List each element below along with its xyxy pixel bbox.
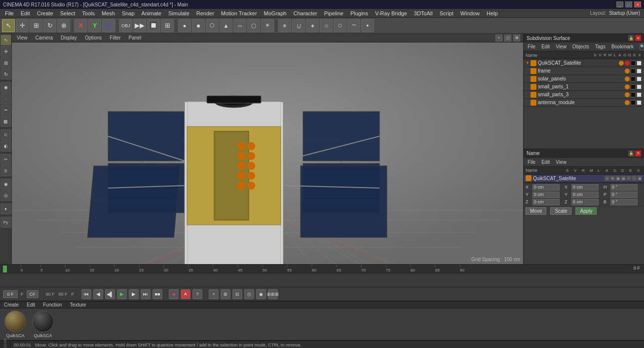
maximize-button[interactable]: □ bbox=[625, 1, 632, 7]
object-mode-button[interactable]: OBJ bbox=[119, 19, 132, 32]
transform-tool-button[interactable]: ⊕ bbox=[57, 19, 70, 32]
lasso-left[interactable]: ⊂ bbox=[0, 129, 11, 140]
obj-menu-bookmark[interactable]: Bookmark bbox=[609, 44, 636, 49]
next-frame-button[interactable]: ▶ bbox=[129, 289, 139, 299]
menu-character[interactable]: Character bbox=[290, 10, 320, 17]
menu-mesh[interactable]: Mesh bbox=[99, 10, 118, 17]
menu-mograph[interactable]: MoGraph bbox=[261, 10, 290, 17]
menu-vray[interactable]: V-Ray Bridge bbox=[372, 10, 410, 17]
obj-manager-close[interactable]: ✕ bbox=[635, 35, 641, 41]
cube-button[interactable]: ■ bbox=[192, 19, 205, 32]
menu-3dtoall[interactable]: 3DToAll bbox=[411, 10, 436, 17]
viewport-icon-1[interactable]: + bbox=[495, 35, 502, 41]
scale-left-button[interactable]: ⊞ bbox=[0, 57, 11, 68]
menu-file[interactable]: File bbox=[2, 10, 17, 17]
obj-row-small1[interactable]: small_parts_1 bbox=[524, 83, 644, 91]
coord-ypos-input[interactable] bbox=[571, 192, 599, 198]
render-obj-button[interactable]: ⬡ bbox=[334, 19, 346, 32]
bridge-left[interactable]: S bbox=[0, 165, 11, 176]
obj-row-small3[interactable]: small_parts_3 bbox=[524, 91, 644, 99]
attr-btn-3[interactable]: ⊞ bbox=[615, 176, 620, 181]
obj-search-icon[interactable]: 🔍 bbox=[640, 43, 644, 50]
viewport-menu-camera[interactable]: Camera bbox=[34, 35, 55, 40]
attr-menu-file[interactable]: File bbox=[526, 159, 537, 165]
axis-x-button[interactable]: X bbox=[75, 19, 87, 32]
key-settings-button[interactable]: ? bbox=[192, 289, 202, 299]
menu-help[interactable]: Help bbox=[484, 10, 501, 17]
menu-pipeline[interactable]: Pipeline bbox=[321, 10, 346, 17]
render-left[interactable]: ◉ bbox=[0, 179, 11, 190]
render-region-button[interactable]: ▶▶ bbox=[133, 19, 146, 32]
obj-menu-file[interactable]: File bbox=[526, 44, 537, 49]
attr-close-button[interactable]: ✕ bbox=[635, 151, 641, 156]
play-button[interactable]: ▶ bbox=[117, 289, 127, 299]
mat-menu-function[interactable]: Function bbox=[42, 302, 63, 308]
coord-xpos-input[interactable] bbox=[571, 184, 599, 191]
obj-menu-view[interactable]: View bbox=[554, 44, 568, 49]
mat-menu-create[interactable]: Create bbox=[3, 302, 20, 308]
goto-start-button[interactable]: ⏮ bbox=[81, 289, 91, 299]
snap-button[interactable]: 🔲 bbox=[147, 19, 160, 32]
menu-create[interactable]: Create bbox=[34, 10, 56, 17]
coord-x-input[interactable] bbox=[532, 184, 560, 191]
viewport-menu-options[interactable]: Options bbox=[83, 35, 104, 40]
python-left[interactable]: Py bbox=[0, 217, 11, 228]
obj-row-antenna[interactable]: antenna_module bbox=[524, 99, 644, 107]
move-tool-button[interactable]: ✛ bbox=[16, 19, 29, 32]
axis-y-button[interactable]: Y bbox=[88, 19, 101, 32]
menu-simulate[interactable]: Simulate bbox=[165, 10, 192, 17]
attr-lock-button[interactable]: 🔒 bbox=[628, 151, 634, 156]
coord-h-input[interactable] bbox=[610, 184, 638, 191]
obj-menu-edit[interactable]: Edit bbox=[539, 44, 552, 49]
menu-snap[interactable]: Snap bbox=[119, 10, 138, 17]
plane-button[interactable]: ▭ bbox=[233, 19, 246, 32]
cursor-tool-button[interactable]: ↖ bbox=[2, 19, 15, 32]
layout-value[interactable]: Startup (User) bbox=[607, 10, 642, 16]
attr-menu-view[interactable]: View bbox=[554, 159, 568, 165]
obj-row-solar[interactable]: solar_panels bbox=[524, 75, 644, 83]
move-left-button[interactable]: ✛ bbox=[0, 46, 11, 57]
current-frame-input[interactable] bbox=[3, 290, 18, 298]
attr-btn-6[interactable]: ↓ bbox=[632, 176, 637, 181]
coord-p-input[interactable] bbox=[610, 192, 638, 198]
sphere-button[interactable]: ● bbox=[178, 19, 191, 32]
auto-key-button[interactable]: A bbox=[181, 289, 190, 299]
timeline-track[interactable] bbox=[0, 273, 644, 281]
menu-select[interactable]: Select bbox=[57, 10, 78, 17]
mat-menu-edit[interactable]: Edit bbox=[26, 302, 36, 308]
attr-btn-4[interactable]: ⊟ bbox=[621, 176, 626, 181]
rotate-left-button[interactable]: ↻ bbox=[0, 69, 11, 79]
mat-menu-texture[interactable]: Texture bbox=[69, 302, 87, 308]
attr-menu-edit[interactable]: Edit bbox=[539, 159, 552, 165]
spline-button[interactable]: 〜 bbox=[347, 19, 360, 32]
boole-button[interactable]: ⊕ bbox=[278, 19, 291, 32]
menu-edit[interactable]: Edit bbox=[18, 10, 33, 17]
scale-tool-button[interactable]: ⊞ bbox=[30, 19, 42, 32]
torus-button[interactable]: ◯ bbox=[247, 19, 260, 32]
obj-row-satellite[interactable]: ▼ QuikSCAT_Satellite bbox=[524, 59, 644, 67]
coord-zpos-input[interactable] bbox=[571, 199, 599, 205]
attr-btn-5[interactable]: ↑ bbox=[626, 176, 631, 181]
viewport-icon-2[interactable]: ◻ bbox=[504, 35, 511, 41]
keyframe-input[interactable] bbox=[27, 290, 38, 298]
playback-mode-3[interactable]: ⊟ bbox=[232, 289, 242, 299]
obj-menu-tags[interactable]: Tags bbox=[593, 44, 607, 49]
minimize-button[interactable]: _ bbox=[616, 1, 623, 7]
subdivide-button[interactable]: ◈ bbox=[306, 19, 319, 32]
material-left[interactable]: ♦ bbox=[0, 203, 11, 214]
close-button[interactable]: ✕ bbox=[634, 1, 641, 7]
snap2-button[interactable]: ⊞ bbox=[161, 19, 174, 32]
attr-btn-7[interactable]: ★ bbox=[637, 176, 642, 181]
menu-animate[interactable]: Animate bbox=[139, 10, 164, 17]
menu-render[interactable]: Render bbox=[193, 10, 217, 17]
obj-mode-left[interactable]: ◉ bbox=[0, 82, 11, 93]
edge-mode-left[interactable]: ━ bbox=[0, 105, 11, 116]
knife-left[interactable]: ✂ bbox=[0, 154, 11, 165]
material-swatch-2[interactable]: QuikSCA bbox=[31, 310, 55, 338]
extra-button[interactable]: ✦ bbox=[361, 19, 374, 32]
obj-row-frame[interactable]: frame bbox=[524, 67, 644, 75]
material-swatch-1[interactable]: QuikSCA bbox=[3, 310, 28, 338]
playback-mode-2[interactable]: ⊞ bbox=[221, 289, 230, 299]
move-coord-button[interactable]: Move bbox=[526, 207, 546, 215]
irender-left[interactable]: ◎ bbox=[0, 190, 11, 201]
